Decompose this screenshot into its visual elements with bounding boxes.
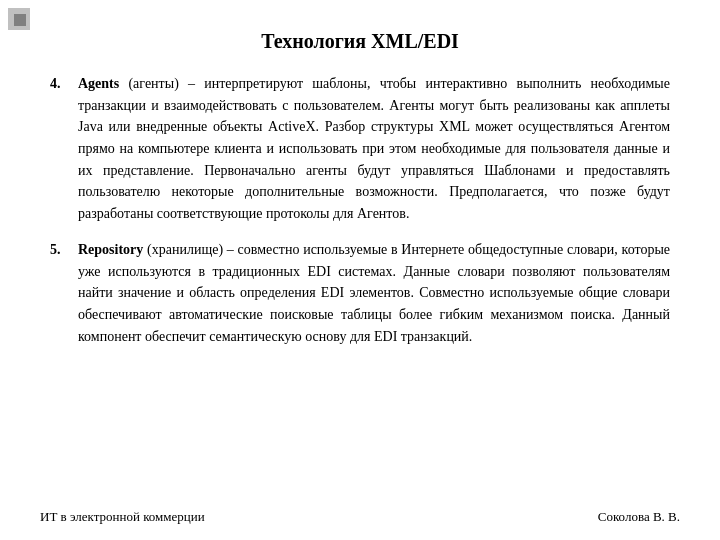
slide-title: Технология XML/EDI: [40, 30, 680, 53]
item-5-body: – совместно используемые в Интернете общ…: [78, 242, 670, 344]
term-repository: Repository: [78, 242, 143, 257]
item-text-4: Agents (агенты) – интерпретируют шаблоны…: [78, 73, 670, 225]
content-area: 4. Agents (агенты) – интерпретируют шабл…: [40, 73, 680, 347]
term-agents: Agents: [78, 76, 119, 91]
list-item: 4. Agents (агенты) – интерпретируют шабл…: [50, 73, 670, 225]
footer-left: ИТ в электронной коммерции: [40, 509, 205, 525]
item-text-5: Repository (хранилище) – совместно испол…: [78, 239, 670, 347]
footer: ИТ в электронной коммерции Соколова В. В…: [0, 509, 720, 525]
slide-container: Технология XML/EDI 4. Agents (агенты) – …: [0, 0, 720, 540]
item-number-4: 4.: [50, 73, 78, 225]
list-item: 5. Repository (хранилище) – совместно ис…: [50, 239, 670, 347]
item-4-body: – интерпретируют шаблоны, чтобы интеракт…: [78, 76, 670, 221]
corner-decoration-inner: [14, 14, 26, 26]
footer-right: Соколова В. В.: [598, 509, 680, 525]
term-repository-parens: (хранилище): [143, 242, 223, 257]
term-agents-parens: (агенты): [119, 76, 179, 91]
item-number-5: 5.: [50, 239, 78, 347]
